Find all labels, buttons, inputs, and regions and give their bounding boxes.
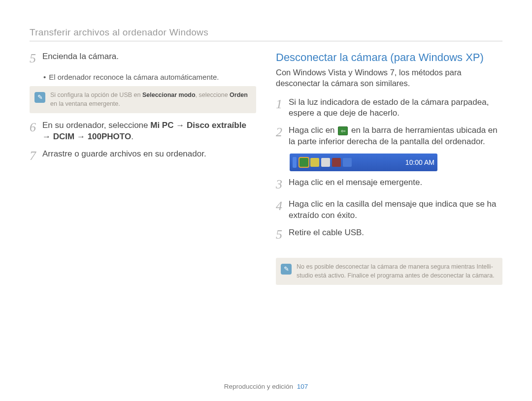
text-bold: Mi PC xyxy=(150,121,173,130)
step-text: Retire el cable USB. xyxy=(289,227,502,239)
tray-icon xyxy=(321,158,330,167)
text-part: → xyxy=(174,121,187,130)
text-part: → xyxy=(74,132,87,141)
step-5-right: 5 Retire el cable USB. xyxy=(276,227,502,243)
note-text: Si configura la opción de USB en Selecci… xyxy=(50,91,249,108)
note-text-bold: Orden xyxy=(230,92,248,98)
tray-safely-remove-icon xyxy=(299,158,308,167)
step-text: En su ordenador, seleccione Mi PC → Disc… xyxy=(42,120,256,143)
step-text: Haga clic en el mensaje emergente. xyxy=(289,177,502,188)
step-4: 4 Haga clic en la casilla del mensaje qu… xyxy=(276,199,502,221)
note-text-part: , seleccione xyxy=(196,92,230,98)
page-title: Transferir archivos al ordenador Windows xyxy=(30,27,502,41)
step-5: 5 Encienda la cámara. xyxy=(30,51,256,67)
note-box-2: ✎ No es posible desconectar la cámara de… xyxy=(276,258,502,285)
tray-icon xyxy=(343,158,352,167)
taskbar-screenshot: 10:00 AM xyxy=(290,154,437,171)
section-heading: Desconectar la cámara (para Windows XP) xyxy=(276,51,502,64)
footer-page-number: 107 xyxy=(297,383,308,390)
note-text-part: en la ventana emergente. xyxy=(50,100,120,107)
step-number: 3 xyxy=(276,176,289,193)
note-box-1: ✎ Si configura la opción de USB en Selec… xyxy=(30,86,256,113)
step-text: Si la luz indicadora de estado de la cám… xyxy=(289,97,502,120)
tray-icon xyxy=(332,158,341,167)
footer-section: Reproducción y edición xyxy=(224,383,293,390)
bullet-text: El ordenador reconoce la cámara automáti… xyxy=(49,73,219,81)
note-icon: ✎ xyxy=(34,92,45,103)
text-part: En su ordenador, seleccione xyxy=(42,121,150,130)
step-2: 2 Haga clic en ⇦ en la barra de herramie… xyxy=(276,125,502,148)
step-number: 5 xyxy=(276,226,289,243)
step-number: 7 xyxy=(30,147,42,164)
step-number: 1 xyxy=(276,95,289,113)
text-part: . xyxy=(131,132,133,141)
step-text: Haga clic en ⇦ en la barra de herramient… xyxy=(289,125,502,148)
text-bold: 100PHOTO xyxy=(88,132,132,141)
text-bold: DCIM xyxy=(53,132,74,141)
note-text: No es posible desconectar la cámara de m… xyxy=(297,263,496,280)
step-number: 2 xyxy=(276,123,289,141)
page-footer: Reproducción y edición 107 xyxy=(0,383,532,390)
note-text-part: Si configura la opción de USB en xyxy=(50,92,142,98)
step-number: 4 xyxy=(276,197,289,215)
text-part: Haga clic en xyxy=(289,125,337,135)
text-bold: Disco extraíble xyxy=(187,121,246,130)
step-6: 6 En su ordenador, seleccione Mi PC → Di… xyxy=(30,120,256,143)
step-7: 7 Arrastre o guarde archivos en su orden… xyxy=(30,149,256,164)
note-icon: ✎ xyxy=(281,264,292,275)
taskbar-expand-icon xyxy=(293,157,297,168)
step-5-bullet: • El ordenador reconoce la cámara automá… xyxy=(43,73,256,81)
tray-icon xyxy=(310,158,319,167)
step-1: 1 Si la luz indicadora de estado de la c… xyxy=(276,97,502,120)
left-column: 5 Encienda la cámara. • El ordenador rec… xyxy=(30,51,256,292)
safely-remove-icon: ⇦ xyxy=(338,126,348,135)
taskbar-clock: 10:00 AM xyxy=(405,158,434,166)
bullet-dot: • xyxy=(43,73,46,81)
step-number: 6 xyxy=(30,119,42,136)
step-text: Haga clic en la casilla del mensaje que … xyxy=(289,199,502,221)
content-columns: 5 Encienda la cámara. • El ordenador rec… xyxy=(30,51,502,292)
text-part: → xyxy=(42,132,53,141)
step-text: Arrastre o guarde archivos en su ordenad… xyxy=(42,149,256,160)
right-column: Desconectar la cámara (para Windows XP) … xyxy=(276,51,502,292)
step-3: 3 Haga clic en el mensaje emergente. xyxy=(276,177,502,193)
section-intro: Con Windows Vista y Windows 7, los métod… xyxy=(276,67,502,89)
step-text: Encienda la cámara. xyxy=(42,51,256,62)
step-number: 5 xyxy=(30,50,42,67)
note-text-bold: Seleccionar modo xyxy=(142,92,196,98)
